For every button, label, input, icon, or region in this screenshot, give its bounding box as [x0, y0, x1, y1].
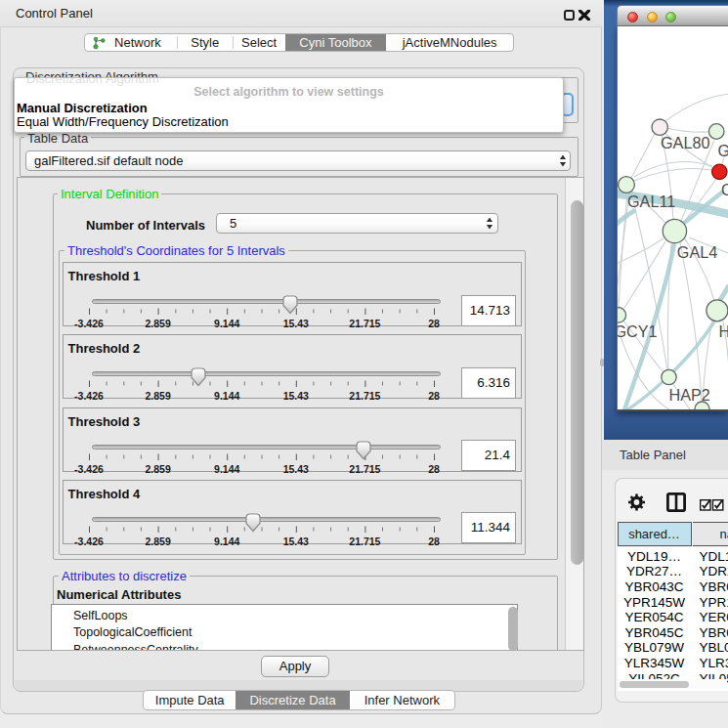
svg-text:CY: CY	[721, 181, 728, 198]
svg-text:GCY1: GCY1	[618, 322, 658, 340]
svg-text:HAP2: HAP2	[669, 386, 710, 404]
svg-text:GAL4: GAL4	[677, 243, 717, 261]
svg-text:GA: GA	[718, 142, 728, 159]
svg-text:GAL80: GAL80	[661, 134, 709, 151]
svg-text:H: H	[719, 322, 728, 340]
svg-text:GAL11: GAL11	[627, 193, 675, 210]
